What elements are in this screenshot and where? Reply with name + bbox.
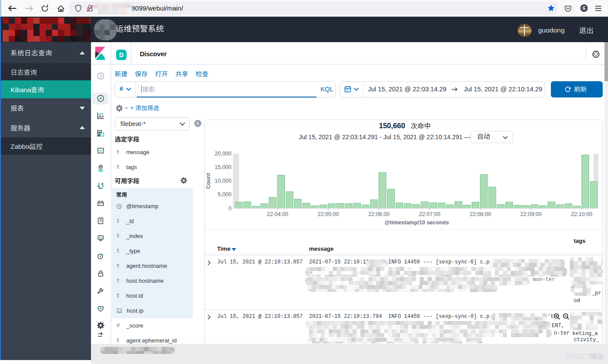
svg-text:Count: Count	[205, 173, 211, 189]
svg-text:22:09:00: 22:09:00	[521, 211, 542, 217]
svg-text:15,000: 15,000	[215, 164, 231, 170]
svg-text:22:04:00: 22:04:00	[267, 211, 288, 217]
svg-text:22:06:00: 22:06:00	[368, 211, 390, 217]
svg-text:20,000: 20,000	[215, 151, 231, 157]
svg-text:5,000: 5,000	[218, 191, 231, 198]
svg-text:10,000: 10,000	[215, 178, 231, 184]
svg-text:22:10:00: 22:10:00	[571, 211, 593, 217]
svg-text:22:08:00: 22:08:00	[470, 211, 491, 217]
svg-text:@timestamp/10 seconds: @timestamp/10 seconds	[385, 220, 449, 226]
svg-text:22:05:00: 22:05:00	[317, 211, 339, 217]
svg-text:0: 0	[229, 205, 232, 212]
svg-text:22:07:00: 22:07:00	[419, 211, 441, 217]
